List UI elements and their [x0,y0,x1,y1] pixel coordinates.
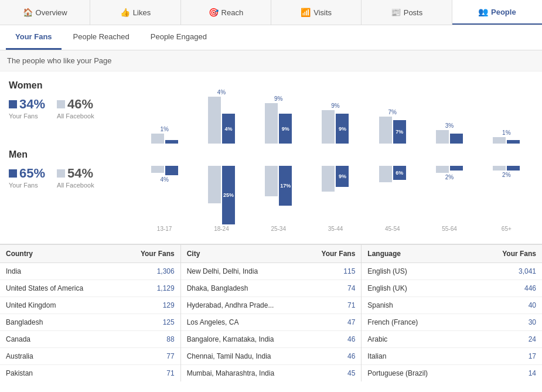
language-table-block: Language Your Fans English (US)3,041Engl… [362,245,542,381]
men-fans-pct: 65% [19,166,45,181]
men-bar-group-65+: 2% [480,166,533,178]
men-chart: 4%25%17%9%6%2%2% [138,166,533,224]
tab-people-engaged[interactable]: People Engaged [141,25,216,50]
table-row: Dhaka, Bangladesh74 [181,280,362,297]
women-chart: 1%4%4%9%9%9%9%7%7%3%1% [138,97,533,144]
men-fb-bar-55-64 [436,166,449,173]
age-label-65+: 65+ [480,226,533,232]
table-row: Bangalore, Karnataka, India46 [181,331,362,348]
city-row-name: Dhaka, Bangladesh [181,280,305,297]
nav-likes[interactable]: 👍 Likes [90,0,180,25]
tables-section: Country Your Fans India1,306United State… [0,244,542,381]
women-fb-bar-45-54 [379,117,392,144]
women-bar-group-13-17: 1% [138,97,191,144]
city-row-name: Chennai, Tamil Nadu, India [181,348,305,365]
country-row-name: United Kingdom [0,297,120,314]
women-fan-bar-55-64 [450,134,463,144]
top-navigation: 🏠 Overview 👍 Likes 🎯 Reach 📶 Visits 📰 Po… [0,0,542,25]
country-row-name: Australia [0,348,120,365]
demographics-section: Women 34% Your Fans 46% All Facebook 1%4… [0,71,542,244]
table-row: Los Angeles, CA47 [181,314,362,331]
nav-posts[interactable]: 📰 Posts [362,0,452,25]
age-label-55-64: 55-64 [422,226,476,232]
tab-your-fans[interactable]: Your Fans [6,25,62,50]
country-row-value: 88 [120,331,180,348]
women-fan-bar-45-54: 7% [393,120,406,144]
nav-people[interactable]: 👥 People [452,0,542,25]
overview-icon: 🏠 [23,8,33,17]
nav-reach[interactable]: 🎯 Reach [181,0,271,25]
men-stats: 65% Your Fans 54% All Facebook [9,166,138,189]
women-fan-bar-18-24: 4% [222,114,235,144]
language-col-header: Language [362,245,472,263]
men-bar-group-35-44: 9% [309,166,362,192]
visits-icon: 📶 [301,8,311,17]
table-row: India1,306 [0,263,180,280]
men-fan-bar-18-24: 25% [222,166,235,224]
table-row: English (UK)446 [362,280,542,297]
women-fans-label: Your Fans [9,113,45,120]
table-row: Australia77 [0,348,180,365]
city-col-header: City [181,245,305,263]
men-fan-bar-13-17 [165,166,178,175]
language-row-value: 17 [472,348,542,365]
women-bar-group-35-44: 9%9% [309,97,362,144]
men-fb-bar-25-34 [265,166,278,196]
tab-people-reached[interactable]: People Reached [64,25,139,50]
men-bars-65+ [493,166,520,171]
women-bars-13-17 [151,134,178,144]
table-row: Pakistan71 [0,365,180,382]
country-row-value: 1,306 [120,263,180,280]
women-fan-bar-65+ [507,140,520,144]
nav-visits[interactable]: 📶 Visits [271,0,362,25]
table-row: Bangladesh125 [0,314,180,331]
age-label-25-34: 25-34 [252,226,305,232]
women-fan-bar-13-17 [165,140,178,144]
men-bars-35-44: 9% [322,166,349,192]
men-fan-bar-65+ [507,166,520,171]
city-row-name: Mumbai, Maharashtra, India [181,365,305,382]
women-bar-group-55-64: 3% [422,97,476,144]
table-row: Italian17 [362,348,542,365]
women-bars-25-34: 9% [265,103,292,144]
city-row-value: 47 [305,314,362,331]
language-row-value: 30 [472,314,542,331]
men-bar-group-18-24: 25% [195,166,248,224]
men-bars-18-24: 25% [208,166,235,224]
table-row: Spanish40 [362,297,542,314]
table-row: United States of America1,129 [0,280,180,297]
women-allfb-label: All Facebook [57,113,94,120]
nav-visits-label: Visits [313,8,332,17]
women-bars-35-44: 9% [322,110,349,144]
women-allfb-swatch [57,100,65,108]
table-row: United Kingdom129 [0,297,180,314]
country-row-value: 77 [120,348,180,365]
women-fb-bar-35-44 [322,110,335,144]
women-bar-group-45-54: 7%7% [366,97,419,144]
nav-overview[interactable]: 🏠 Overview [0,0,90,25]
women-stats: 34% Your Fans 46% All Facebook [9,97,138,120]
country-row-value: 1,129 [120,280,180,297]
men-bar-label-65+: 2% [502,172,510,178]
nav-people-label: People [491,8,516,16]
men-fans-label: Your Fans [9,182,45,189]
country-table: Country Your Fans India1,306United State… [0,245,180,381]
age-label-45-54: 45-54 [366,226,419,232]
country-row-name: Canada [0,331,120,348]
men-fan-bar-35-44: 9% [336,166,349,187]
men-bar-group-45-54: 6% [366,166,419,182]
women-fb-bar-18-24 [208,97,221,144]
language-row-value: 40 [472,297,542,314]
city-row-name: Hyderabad, Andhra Prade... [181,297,305,314]
table-row: Arabic24 [362,331,542,348]
men-bar-group-55-64: 2% [422,166,476,180]
women-bar-label-13-17: 1% [160,126,168,132]
women-bar-group-18-24: 4%4% [195,97,248,144]
sub-tabs: Your Fans People Reached People Engaged [0,25,542,50]
women-bar-label-35-44: 9% [331,103,339,109]
country-col-header: Country [0,245,120,263]
city-row-value: 46 [305,348,362,365]
reach-icon: 🎯 [209,8,219,17]
country-row-value: 71 [120,365,180,382]
table-row: New Delhi, Delhi, India115 [181,263,362,280]
